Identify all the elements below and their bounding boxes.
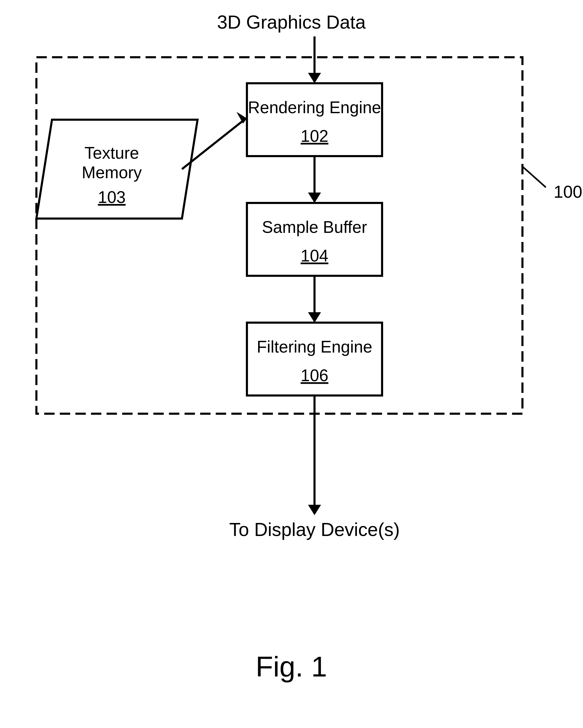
rendering-engine-label: Rendering Engine [248, 98, 381, 117]
svg-marker-1 [308, 73, 321, 83]
sample-buffer-label: Sample Buffer [262, 218, 367, 236]
sample-buffer-number: 104 [301, 246, 329, 265]
filtering-engine-number: 106 [301, 366, 329, 385]
svg-marker-6 [308, 192, 321, 203]
diagram-container: 3D Graphics Data 100 Texture Memory 103 … [0, 0, 583, 728]
input-label: 3D Graphics Data [217, 12, 366, 32]
texture-memory-number: 103 [98, 188, 126, 207]
output-label: To Display Device(s) [229, 519, 400, 540]
filtering-engine-label: Filtering Engine [257, 337, 372, 356]
svg-line-2 [522, 166, 546, 187]
rendering-engine-number: 102 [301, 127, 329, 146]
system-label: 100 [554, 182, 582, 201]
texture-memory-label: Texture [84, 144, 139, 162]
figure-label: Fig. 1 [255, 650, 327, 682]
svg-marker-10 [308, 505, 321, 515]
svg-marker-8 [308, 312, 321, 322]
texture-memory-label2: Memory [82, 163, 142, 182]
